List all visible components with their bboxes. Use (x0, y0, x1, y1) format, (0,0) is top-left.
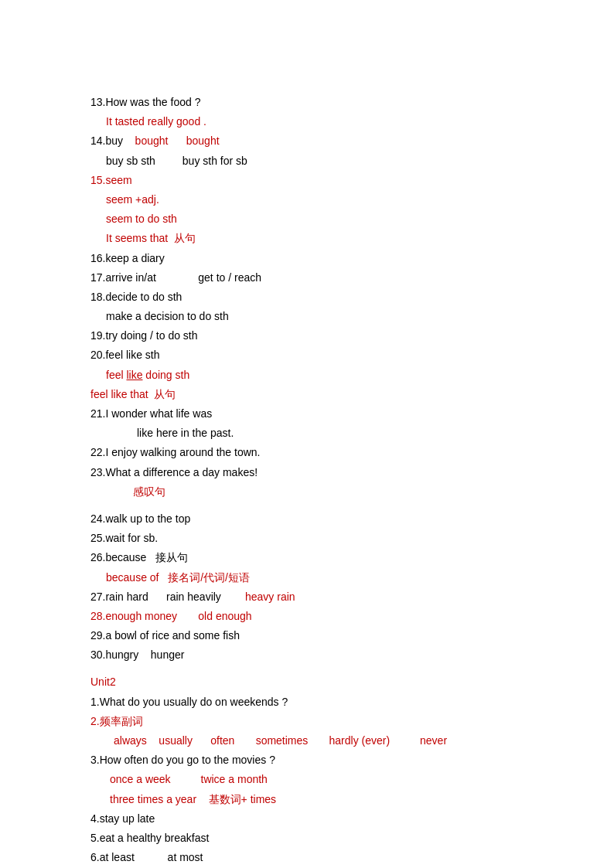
line-q23: 23.What a difference a day makes! (90, 463, 568, 482)
line-q20a: feel like doing sth (90, 366, 568, 385)
line-u2q1: 1.What do you usually do on weekends ? (90, 693, 568, 712)
line-q20b: feel like that 从句 (90, 385, 568, 404)
line-q28: 28.enough money old enough (90, 607, 568, 626)
line-q26: 26.because 接从句 (90, 548, 568, 567)
line-u2q4: 4.stay up late (90, 809, 568, 829)
line-q22: 22.I enjoy walking around the town. (90, 443, 568, 462)
line-q27: 27.rain hard rain heavily heavy rain (90, 587, 568, 607)
line-q21a: like here in the past. (90, 424, 568, 443)
gap2 (90, 665, 568, 672)
gap1 (90, 502, 568, 509)
line-u2q3b: three times a year 基数词+ times (90, 790, 568, 809)
line-u2q5: 5.eat a healthy breakfast (90, 829, 568, 848)
line-u2q2a: always usually often sometimes hardly (e… (90, 731, 568, 751)
line-q26a: because of 接名词/代词/短语 (90, 568, 568, 587)
line-q18a: make a decision to do sth (90, 307, 568, 326)
line-q15a: seem +adj. (90, 190, 568, 209)
line-u2q6: 6.at least at most (90, 848, 568, 867)
line-q13: 13.How was the food ? (90, 93, 568, 112)
line-q18: 18.decide to do sth (90, 288, 568, 307)
line-q15: 15.seem (90, 171, 568, 190)
line-u2q3a: once a week twice a month (90, 770, 568, 789)
line-u2q2: 2.频率副词 (90, 712, 568, 731)
line-q15b: seem to do sth (90, 209, 568, 229)
line-q20: 20.feel like sth (90, 345, 568, 365)
line-q29: 29.a bowl of rice and some fish (90, 626, 568, 645)
line-q19: 19.try doing / to do sth (90, 326, 568, 345)
line-q23a: 感叹句 (90, 482, 568, 502)
line-q21: 21.I wonder what life was (90, 404, 568, 424)
line-q24: 24.walk up to the top (90, 509, 568, 529)
line-u2q3: 3.How often do you go to the movies ? (90, 751, 568, 770)
line-unit2: Unit2 (90, 672, 568, 692)
line-q14: 14.buy bought bought (90, 131, 568, 151)
line-q13a: It tasted really good . (90, 112, 568, 131)
line-q14a: buy sb sth buy sth for sb (90, 151, 568, 171)
line-q17: 17.arrive in/at get to / reach (90, 268, 568, 288)
line-q15c: It seems that 从句 (90, 229, 568, 248)
line-q30: 30.hungry hunger (90, 645, 568, 665)
line-q25: 25.wait for sb. (90, 529, 568, 548)
main-content: 13.How was the food ? It tasted really g… (90, 93, 568, 868)
line-q16: 16.keep a diary (90, 249, 568, 268)
